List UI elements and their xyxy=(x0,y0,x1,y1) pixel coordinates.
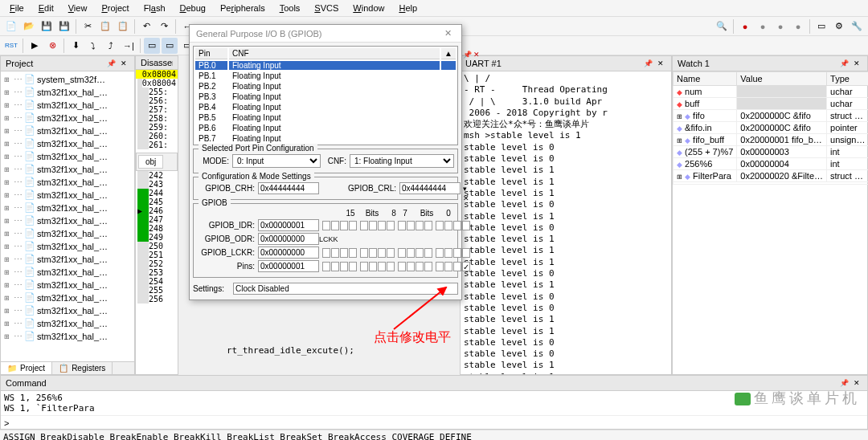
debug-red-icon[interactable]: ● xyxy=(737,18,753,35)
find-icon[interactable]: 🔍 xyxy=(714,18,730,35)
bit-checkbox[interactable] xyxy=(360,221,368,230)
bit-checkbox[interactable] xyxy=(387,248,395,258)
expand-icon[interactable]: ⊞ xyxy=(4,192,12,199)
tree-item[interactable]: ⊞⋯📄stm32f1xx_hal_… xyxy=(1,214,134,227)
expand-icon[interactable]: ⊞ xyxy=(4,205,12,212)
bit-checkbox[interactable] xyxy=(436,221,444,230)
idr-input[interactable] xyxy=(258,219,319,231)
bit-checkbox[interactable] xyxy=(424,248,432,258)
view1-icon[interactable]: ▭ xyxy=(144,38,160,54)
close-icon[interactable]: ✕ xyxy=(118,58,129,69)
reset-icon[interactable]: RST xyxy=(3,38,19,54)
menu-help[interactable]: Help xyxy=(392,2,424,14)
step-in-icon[interactable]: ⬇ xyxy=(68,38,84,54)
undo-icon[interactable]: ↶ xyxy=(138,18,154,35)
expand-icon[interactable]: ⊞ xyxy=(4,320,12,328)
bit-checkbox[interactable] xyxy=(407,221,415,230)
menu-window[interactable]: Window xyxy=(346,2,391,14)
tree-item[interactable]: ⊞⋯📄stm32f1xx_hal_… xyxy=(1,291,134,304)
bit-checkbox[interactable] xyxy=(378,248,386,258)
menu-peripherals[interactable]: Peripherals xyxy=(214,2,272,14)
bit-checkbox[interactable] xyxy=(369,262,377,271)
pin-row[interactable]: PB.0Floating Input xyxy=(195,61,456,70)
bit-checkbox[interactable] xyxy=(340,221,348,230)
watch-table[interactable]: Name Value Type ◆ numuchar◆ buffuchar⊞ ◆… xyxy=(673,71,868,185)
expand-icon[interactable]: ⊞ xyxy=(4,166,12,173)
bit-checkbox[interactable] xyxy=(407,248,415,258)
close-icon[interactable]: ✕ xyxy=(851,58,862,69)
expand-icon[interactable]: ⊞ xyxy=(4,308,12,315)
tree-item[interactable]: ⊞⋯📄stm32f1xx_hal_… xyxy=(1,150,134,163)
tool-icon[interactable]: 🔧 xyxy=(849,18,865,35)
cut-icon[interactable]: ✂ xyxy=(80,18,96,35)
bit-checkbox[interactable] xyxy=(369,248,377,258)
expand-icon[interactable]: ⊞ xyxy=(4,115,12,122)
bit-checkbox[interactable] xyxy=(349,221,357,230)
close-icon[interactable]: ✕ xyxy=(473,51,480,59)
settings-input[interactable] xyxy=(233,283,458,295)
bit-checkbox[interactable] xyxy=(387,262,395,271)
bit-checkbox[interactable] xyxy=(398,221,406,230)
tree-item[interactable]: ⊞⋯📄stm32f1xx_hal_… xyxy=(1,112,134,124)
bit-checkbox[interactable] xyxy=(360,248,368,258)
uart-output[interactable]: \ | / - RT - Thread Operating / | \ 3.1.… xyxy=(461,71,671,374)
close-icon[interactable]: ✕ xyxy=(851,377,862,389)
tree-item[interactable]: ⊞⋯📄stm32f1xx_hal_… xyxy=(1,266,134,279)
watch-row[interactable]: ◆ 256%60x00000004int xyxy=(674,158,869,170)
expand-icon[interactable]: ⊞ xyxy=(4,243,12,251)
pins-bits[interactable]: ✓ xyxy=(322,262,470,271)
bit-checkbox[interactable] xyxy=(436,262,444,271)
crl-input[interactable] xyxy=(399,182,461,194)
pin-table[interactable]: Pin CNF ▲ PB.0Floating InputPB.1Floating… xyxy=(193,46,458,145)
idr-bits[interactable] xyxy=(322,221,470,230)
bit-checkbox[interactable] xyxy=(444,248,452,258)
tree-item[interactable]: ⊞⋯📄stm32f1xx_hal_… xyxy=(1,176,134,189)
tree-item[interactable]: ⊞⋯📄system_stm32f… xyxy=(1,73,134,86)
tree-item[interactable]: ⊞⋯📄stm32f1xx_hal_… xyxy=(1,163,134,176)
lckr-bits[interactable] xyxy=(322,248,470,258)
close-icon[interactable]: ✕ xyxy=(655,58,666,69)
watch-col-name[interactable]: Name xyxy=(674,72,737,86)
bit-checkbox[interactable] xyxy=(331,248,339,258)
redo-icon[interactable]: ↷ xyxy=(156,18,172,35)
tab-project[interactable]: 📁 Project xyxy=(1,362,52,374)
expand-icon[interactable]: ⊞ xyxy=(4,295,12,302)
tree-item[interactable]: ⊞⋯📄stm32f1xx_hal_… xyxy=(1,124,134,137)
menu-svcs[interactable]: SVCS xyxy=(308,2,345,14)
expand-icon[interactable]: ⊞ xyxy=(4,230,12,238)
tree-item[interactable]: ⊞⋯📄stm32f1xx_hal_… xyxy=(1,189,134,202)
expand-icon[interactable]: ⊞ xyxy=(4,76,12,84)
pin-row[interactable]: PB.1Floating Input xyxy=(195,71,456,80)
bit-checkbox[interactable] xyxy=(462,221,470,230)
watch-row[interactable]: ⊞ ◆ fifo_buff0x20000001 fifo_b…unsign… xyxy=(674,134,869,146)
stop-icon[interactable]: ⊗ xyxy=(44,38,60,54)
menu-tools[interactable]: Tools xyxy=(273,2,307,14)
bit-checkbox[interactable] xyxy=(453,221,461,230)
bit-checkbox[interactable] xyxy=(416,221,424,230)
watch-enter[interactable] xyxy=(674,182,869,185)
bit-checkbox[interactable] xyxy=(360,262,368,271)
pin-row[interactable]: PB.5Floating Input xyxy=(195,113,456,122)
mode-select[interactable]: 0: Input xyxy=(232,154,321,168)
watch-row[interactable]: ◆ numuchar xyxy=(674,86,869,98)
pin-icon[interactable]: 📌 xyxy=(463,51,472,59)
pin-row[interactable]: PB.2Floating Input xyxy=(195,82,456,91)
run-icon[interactable]: ▶ xyxy=(27,38,43,54)
pin-row[interactable]: PB.6Floating Input xyxy=(195,124,456,132)
tree-item[interactable]: ⊞⋯📄stm32f1xx_hal_… xyxy=(1,330,134,343)
tree-item[interactable]: ⊞⋯📄stm32f1xx_hal_… xyxy=(1,86,134,99)
project-tree[interactable]: ⊞⋯📄system_stm32f…⊞⋯📄stm32f1xx_hal_…⊞⋯📄st… xyxy=(1,71,134,361)
bit-checkbox[interactable] xyxy=(424,262,432,271)
bit-checkbox[interactable] xyxy=(349,248,357,258)
bit-checkbox[interactable] xyxy=(340,262,348,271)
bit-checkbox[interactable] xyxy=(407,262,415,271)
lckr-input[interactable] xyxy=(258,246,319,259)
bit-checkbox[interactable] xyxy=(436,248,444,258)
config-icon[interactable]: ⚙ xyxy=(831,18,847,35)
tab-registers[interactable]: 📋 Registers xyxy=(52,362,113,374)
menu-debug[interactable]: Debug xyxy=(174,2,212,14)
watch-col-value[interactable]: Value xyxy=(737,72,827,86)
expand-icon[interactable]: ⊞ xyxy=(4,128,12,135)
menu-project[interactable]: Project xyxy=(95,2,135,14)
menu-edit[interactable]: Edit xyxy=(32,2,60,14)
